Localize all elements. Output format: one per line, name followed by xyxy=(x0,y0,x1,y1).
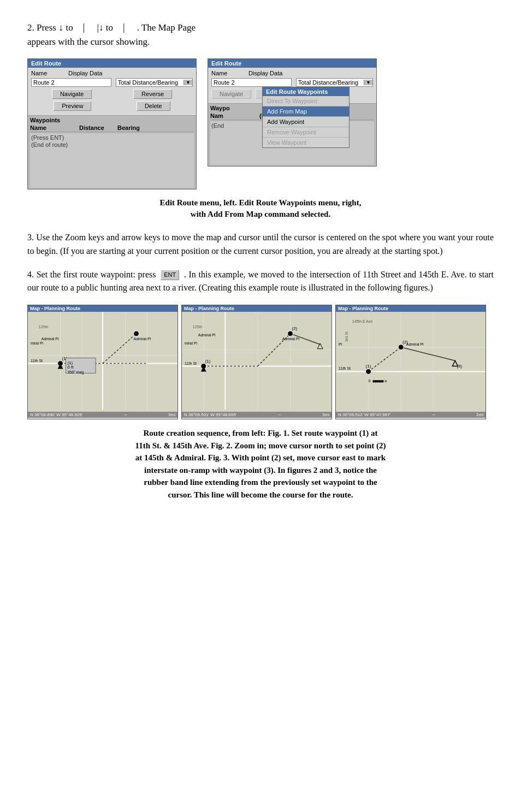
map-fig2-coords: N 36°09.501' W 95°48.695' xyxy=(184,412,236,417)
svg-point-53 xyxy=(366,369,371,375)
svg-text:a: a xyxy=(384,379,387,383)
map-fig2-body: (1) (2) 11th St Admiral Pl Admiral Pl 12… xyxy=(182,312,331,418)
svg-rect-44 xyxy=(336,312,486,418)
svg-text:(3): (3) xyxy=(457,364,462,369)
bottom-caption: Route creation sequence, from left: Fig.… xyxy=(27,427,494,501)
bottom-caption-line4: interstate on-ramp with waypoint (3). In… xyxy=(144,466,377,475)
bottom-buttons: Preview Delete xyxy=(31,101,193,111)
name-row: Name Display Data xyxy=(31,70,193,76)
svg-text:(1): (1) xyxy=(366,364,371,369)
waypoint-entry-2: (End of route) xyxy=(31,141,193,148)
svg-text:125th: 125th xyxy=(39,325,49,329)
map-fig3-coords: N 36°09.512' W 95°47.987' xyxy=(338,412,390,417)
bottom-caption-line6: cursor. This line will become the course… xyxy=(168,490,353,499)
step3-para: 3. Use the Zoom keys and arrow keys to m… xyxy=(27,231,494,258)
route-row-r: Route 2 Total Distance/Bearing ▼ xyxy=(211,78,373,87)
display-select-text: Total Distance/Bearing xyxy=(116,79,183,86)
map-fig-2: Map - Planning Route (1) (2) xyxy=(181,305,332,419)
svg-text:miral Pl: miral Pl xyxy=(185,341,198,345)
map-fig1-coords: N 36°08.890' W 95°48.929' xyxy=(30,412,82,417)
svg-text:0: 0 xyxy=(369,379,371,383)
svg-text:Admiral Pl: Admiral Pl xyxy=(406,342,424,346)
map-fig2-scale: 3mi xyxy=(322,412,329,417)
waypoints-header: Name Distance Bearing xyxy=(30,125,194,132)
map-fig-3: Map - Planning Route 3rd St (1) (2) xyxy=(335,305,486,419)
svg-text:Pl: Pl xyxy=(339,342,342,346)
svg-text:Admiral Pl: Admiral Pl xyxy=(282,337,300,341)
map-fig2-scale-icon: ↔ xyxy=(277,412,282,417)
navigate-button-r[interactable]: Navigate xyxy=(211,89,251,99)
delete-button[interactable]: Delete xyxy=(137,101,170,111)
edit-route-dialog-right-wrap: Edit Route Name Display Data Route 2 Tot… xyxy=(208,58,388,167)
display-select-r[interactable]: Total Distance/Bearing ▼ xyxy=(296,78,373,87)
popup-item-view[interactable]: View Waypoint xyxy=(263,138,349,147)
step2-end: . The Map Page xyxy=(135,22,196,33)
map-fig1-title: Map - Planning Route xyxy=(28,305,177,312)
pipe1: | xyxy=(83,22,85,33)
top-buttons: Navigate Reverse xyxy=(31,89,193,99)
dialog-left-content: Name Display Data Route 2 Total Distance… xyxy=(28,68,196,115)
svg-text:(1): (1) xyxy=(67,360,73,365)
display-label: Display Data xyxy=(68,70,112,76)
step4-part1: 4. Set the first route waypoint: press xyxy=(27,270,156,279)
popup-item-remove[interactable]: Remove Waypoint xyxy=(263,127,349,138)
reverse-button[interactable]: Reverse xyxy=(133,89,172,99)
caption1-line1: Edit Route menu, left. Edit Route Waypoi… xyxy=(160,198,362,207)
map-fig1-status: N 36°08.890' W 95°48.929' ↔ 3mi xyxy=(28,412,177,418)
svg-text:11th St: 11th St xyxy=(31,359,43,363)
popup-item-direct[interactable]: Direct To Waypoint xyxy=(263,96,349,106)
route-input[interactable]: Route 2 xyxy=(31,78,111,87)
map-fig2-status: N 36°09.501' W 95°48.695' ↔ 3mi xyxy=(182,412,331,418)
enter-button-inline: ENT xyxy=(161,270,179,280)
map-fig1-body: (1) 11th St Admiral Pl Admiral Pl (1) 0 … xyxy=(28,312,177,418)
map-fig3-scale: 2mi xyxy=(476,412,483,417)
name-label: Name xyxy=(31,70,64,76)
svg-text:Admiral Pl: Admiral Pl xyxy=(134,337,151,341)
popup-title: Edit Route Waypoints xyxy=(263,87,349,96)
edit-route-dialog-left: Edit Route Name Display Data Route 2 Tot… xyxy=(27,58,197,189)
svg-text:125th: 125th xyxy=(193,325,203,329)
dialogs-row: Edit Route Name Display Data Route 2 Tot… xyxy=(27,58,494,189)
step2-to1: to xyxy=(63,22,73,33)
svg-text:11th St: 11th St xyxy=(185,361,197,365)
svg-rect-64 xyxy=(373,380,384,382)
maps-row: Map - Planning Route (1) xyxy=(27,305,494,419)
dialog-left-title: Edit Route xyxy=(28,59,196,68)
bottom-caption-line2: 11th St. & 145th Ave. Fig. 2. Zoom in; m… xyxy=(135,441,386,450)
map-fig3-title: Map - Planning Route xyxy=(336,305,486,312)
svg-text:miral Pl: miral Pl xyxy=(31,341,44,345)
display-select[interactable]: Total Distance/Bearing ▼ xyxy=(116,78,193,87)
navigate-button[interactable]: Navigate xyxy=(52,89,92,99)
waypoints-body: (Press ENT) (End of route) xyxy=(30,133,194,188)
popup-item-add-from-map[interactable]: Add From Map xyxy=(263,106,349,117)
step2-line2: appears with the cursor showing. xyxy=(27,37,494,48)
step2-arrow2: |↓ to xyxy=(94,22,113,33)
display-select-text-r: Total Distance/Bearing xyxy=(297,79,364,86)
svg-text:(1): (1) xyxy=(205,359,211,364)
route-input-r[interactable]: Route 2 xyxy=(211,78,292,87)
svg-text:0 ft: 0 ft xyxy=(67,365,74,370)
map-fig2-title: Map - Planning Route xyxy=(182,305,331,312)
edit-route-waypoints-popup: Edit Route Waypoints Direct To Waypoint … xyxy=(262,87,350,148)
waypoints-title: Waypoints xyxy=(30,117,194,123)
step4-para: 4. Set the first route waypoint: press E… xyxy=(27,268,494,295)
svg-text:(2): (2) xyxy=(292,326,298,331)
col-distance: Distance xyxy=(79,125,112,131)
popup-item-add-waypoint[interactable]: Add Waypoint xyxy=(263,117,349,127)
svg-text:Admiral Pl: Admiral Pl xyxy=(198,333,216,337)
map-fig-1: Map - Planning Route (1) xyxy=(27,305,178,419)
name-row-r: Name Display Data xyxy=(211,70,373,76)
map-fig1-scale-icon: ↔ xyxy=(123,412,128,417)
chevron-down-icon-r[interactable]: ▼ xyxy=(364,80,372,85)
step2-line: 2. Press ↓ to | |↓ to | . The Map Page xyxy=(27,22,494,33)
arrow-down-icon: ↓ xyxy=(58,22,63,33)
bottom-caption-line1: Route creation sequence, from left: Fig.… xyxy=(143,429,377,437)
svg-text:356° mag: 356° mag xyxy=(67,371,84,375)
display-label-r: Display Data xyxy=(248,70,292,76)
preview-button[interactable]: Preview xyxy=(54,101,91,111)
col-name: Name xyxy=(30,125,74,131)
step2-part1: 2. Press xyxy=(27,22,58,33)
chevron-down-icon[interactable]: ▼ xyxy=(183,80,192,85)
col-name-r: Nam xyxy=(210,112,254,119)
svg-text:Admiral Pl: Admiral Pl xyxy=(42,337,59,341)
